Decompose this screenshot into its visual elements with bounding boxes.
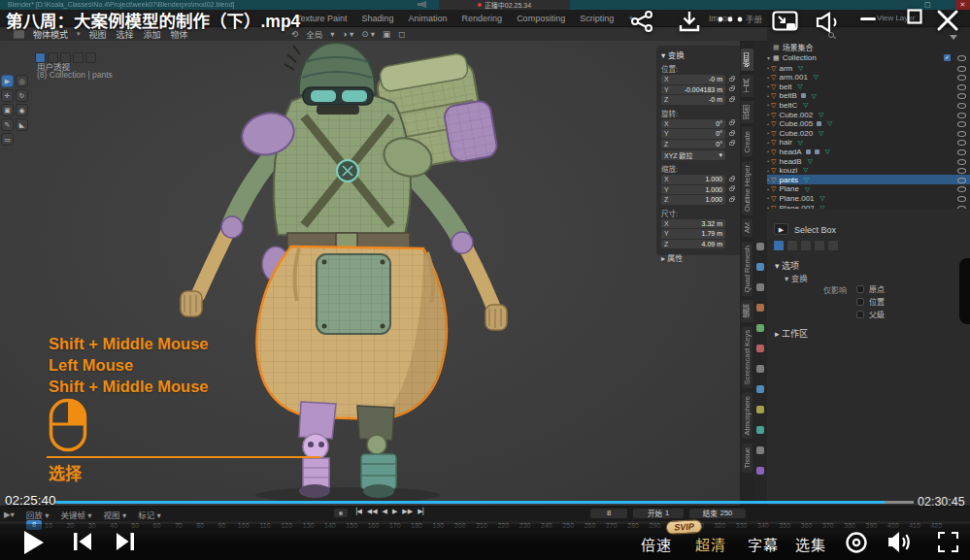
workspace-section[interactable]: ▸ 工作区 <box>775 327 808 340</box>
collection-row[interactable]: ▾ ▦ Collection ✓ <box>767 52 970 62</box>
episode-drawer-handle[interactable] <box>959 258 970 324</box>
properties-tab-icon[interactable] <box>756 426 764 434</box>
properties-tab-icon[interactable] <box>756 406 764 413</box>
checkbox[interactable] <box>856 311 864 318</box>
collection-checkbox[interactable]: ✓ <box>944 54 951 61</box>
eye-icon[interactable] <box>957 148 966 156</box>
lock-icon[interactable] <box>729 98 734 102</box>
play-forward-icon[interactable]: ▶ <box>392 508 397 515</box>
workspace-tab[interactable]: Compositing <box>517 14 565 23</box>
speed-button[interactable]: 倍速 <box>641 534 672 554</box>
eye-icon[interactable] <box>957 73 966 82</box>
progress-bar[interactable] <box>55 501 914 504</box>
checkbox[interactable] <box>856 298 864 306</box>
outliner-item-headA[interactable]: •▽headA▽ <box>767 147 970 156</box>
value-field[interactable]: Z1.000 <box>661 195 725 205</box>
eye-icon[interactable] <box>957 194 966 203</box>
properties-tab-icon[interactable] <box>756 304 764 312</box>
value-field[interactable]: Y1.79 m <box>661 229 725 239</box>
value-field[interactable]: X0° <box>661 119 725 129</box>
eye-icon[interactable] <box>957 53 966 62</box>
eye-icon[interactable] <box>957 176 966 184</box>
more-icon[interactable] <box>717 16 744 23</box>
lock-icon[interactable] <box>729 78 734 82</box>
value-field[interactable]: Z4.09 m <box>661 240 725 249</box>
outliner-item-pants[interactable]: •▽pants▽ <box>767 175 970 184</box>
workspace-tab[interactable]: Shading <box>362 14 394 23</box>
download-icon[interactable] <box>678 10 701 33</box>
eye-icon[interactable] <box>957 64 966 73</box>
value-field[interactable]: Z0° <box>661 140 725 149</box>
lock-icon[interactable] <box>729 142 734 146</box>
maximize-icon[interactable] <box>907 9 922 24</box>
properties-tab-icon[interactable] <box>756 345 764 352</box>
overlay-toggle-icon[interactable]: ◻ <box>398 29 405 39</box>
proportional-edit-icon[interactable]: ▣ <box>383 29 390 39</box>
outliner-item-arm[interactable]: •▽arm▽ <box>767 63 970 73</box>
previous-episode-button[interactable] <box>72 532 93 551</box>
timeline-menu[interactable]: 回放 ▾ <box>26 509 50 520</box>
topbar-menu[interactable]: 手册 <box>746 13 762 24</box>
transform-panel-title[interactable]: ▾ 变换 <box>661 49 736 60</box>
search-icon[interactable] <box>828 32 836 40</box>
npanel-tab-编辑[interactable]: 编辑 <box>741 300 753 322</box>
workspace-tab[interactable]: Animation <box>409 14 448 23</box>
eye-icon[interactable] <box>957 166 966 175</box>
timeline-editor-icon[interactable]: ▶▾ <box>4 510 15 519</box>
properties-tab-icon[interactable] <box>756 243 764 250</box>
eye-icon[interactable] <box>957 129 966 138</box>
collapsed-section[interactable]: ▸ 属性 <box>661 252 736 263</box>
eye-icon[interactable] <box>957 119 966 128</box>
lock-icon[interactable] <box>729 121 734 125</box>
eye-icon[interactable] <box>957 157 966 166</box>
npanel-tab-quad-remesh[interactable]: Quad Remesh <box>742 242 753 296</box>
npanel-tab-screencast-keys[interactable]: Screencast Keys <box>742 326 753 388</box>
properties-tab-icon[interactable] <box>756 365 764 373</box>
filter-icon[interactable] <box>950 35 957 40</box>
properties-tab-icon[interactable] <box>756 263 764 271</box>
outliner-item-headB[interactable]: •▽headB▽ <box>767 156 970 166</box>
jump-end-icon[interactable]: ▶▏ <box>418 508 428 515</box>
timeline-menu[interactable]: 关键帧 ▾ <box>60 509 91 520</box>
eye-icon[interactable] <box>957 82 966 91</box>
tool-tab-icon[interactable] <box>773 240 785 251</box>
properties-tab-icon[interactable] <box>756 385 764 393</box>
next-episode-button[interactable] <box>115 532 136 551</box>
eye-icon[interactable] <box>957 138 966 147</box>
outliner-item-hair[interactable]: •▽hair▽ <box>767 138 970 148</box>
timeline-menu[interactable]: 标记 ▾ <box>138 509 161 520</box>
transform-subsection[interactable]: ▾ 变换 <box>785 272 808 283</box>
outliner-item-Plane[interactable]: •▽Plane▽ <box>767 184 970 194</box>
workspace-tab[interactable]: Scripting <box>580 14 614 23</box>
outliner-item-Cube.020[interactable]: •▽Cube.020▽ <box>767 128 970 138</box>
volume-icon[interactable] <box>886 530 913 554</box>
recorder-maximize-icon[interactable]: ▢ <box>924 1 931 9</box>
options-section[interactable]: ▾ 选项 <box>775 259 799 272</box>
eye-icon[interactable] <box>957 111 966 119</box>
frame-end-field[interactable]: 结束250 <box>689 509 746 518</box>
affect-option[interactable]: 原点 <box>856 282 885 295</box>
npanel-tab-atmosphere[interactable]: Atmosphere <box>742 392 753 439</box>
subtitles-button[interactable]: 字幕 <box>748 534 779 554</box>
properties-tab-icon[interactable] <box>756 467 764 475</box>
auto-key-button[interactable] <box>334 509 348 517</box>
value-field[interactable]: Y1.000 <box>661 185 725 195</box>
eye-icon[interactable] <box>957 101 966 110</box>
affect-option[interactable]: 父级 <box>856 308 885 320</box>
npanel-tab-条目[interactable]: 条目 <box>741 49 753 71</box>
active-tool-icon[interactable]: ▶ <box>774 223 788 235</box>
tool-tab-icon[interactable] <box>786 240 798 251</box>
npanel-tab-视图[interactable]: 视图 <box>741 101 753 123</box>
npanel-tab-outline-helper[interactable]: Outline Helper <box>742 161 753 215</box>
value-field[interactable]: X3.32 m <box>661 219 725 229</box>
outliner-item-Cube.005[interactable]: •▽Cube.005▽ <box>767 119 970 129</box>
snap-icon[interactable]: ⊙ ▾ <box>361 29 375 39</box>
tool-tab-icon[interactable] <box>827 240 839 251</box>
value-field[interactable]: X1.000 <box>661 175 725 184</box>
minimize-icon[interactable] <box>860 17 876 21</box>
close-icon[interactable] <box>934 7 961 34</box>
rotation-mode-dropdown[interactable]: XYZ 欧拉▾ <box>661 150 725 160</box>
play-button[interactable] <box>19 529 47 556</box>
outliner-item-belt[interactable]: •▽belt▽ <box>767 82 970 91</box>
workspace-tab[interactable]: Texture Paint <box>296 14 348 23</box>
